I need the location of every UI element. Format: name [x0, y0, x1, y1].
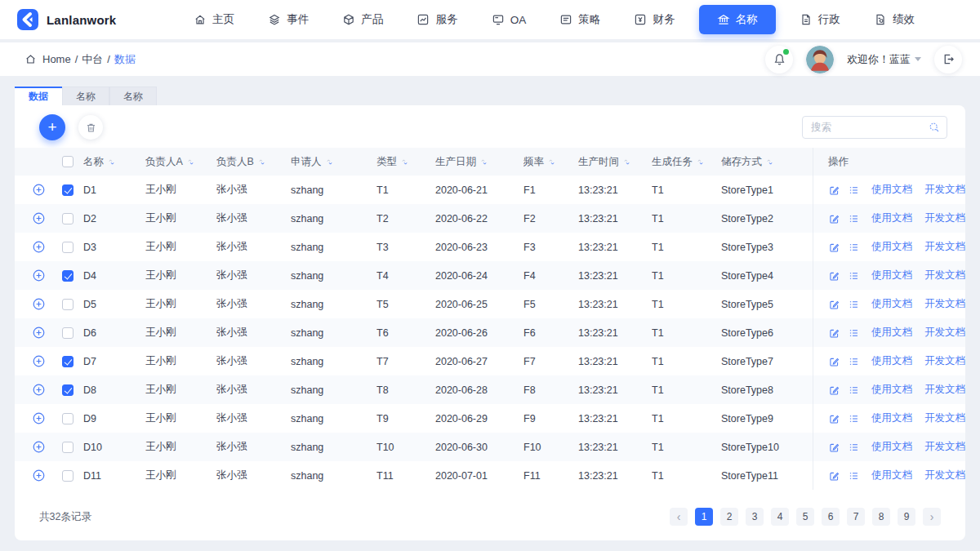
usage-doc-link[interactable]: 使用文档 [871, 211, 912, 225]
expand-row-icon[interactable] [32, 240, 46, 254]
list-icon[interactable] [848, 269, 860, 282]
column-header-6[interactable]: 频率 [523, 155, 578, 169]
dev-doc-link[interactable]: 开发文档 [924, 240, 965, 254]
usage-doc-link[interactable]: 使用文档 [871, 240, 912, 254]
edit-icon[interactable] [828, 441, 840, 454]
list-icon[interactable] [848, 441, 860, 454]
expand-row-icon[interactable] [32, 297, 46, 311]
usage-doc-link[interactable]: 使用文档 [871, 297, 912, 311]
page-button-6[interactable]: 6 [822, 508, 840, 526]
usage-doc-link[interactable]: 使用文档 [871, 354, 912, 368]
page-button-7[interactable]: 7 [847, 508, 865, 526]
dev-doc-link[interactable]: 开发文档 [924, 383, 965, 397]
delete-button[interactable] [78, 115, 103, 140]
expand-row-icon[interactable] [32, 354, 46, 368]
edit-icon[interactable] [828, 355, 840, 368]
edit-icon[interactable] [828, 298, 840, 311]
expand-row-icon[interactable] [32, 411, 46, 425]
row-checkbox[interactable] [62, 442, 74, 453]
usage-doc-link[interactable]: 使用文档 [871, 469, 912, 482]
usage-doc-link[interactable]: 使用文档 [871, 411, 912, 425]
dev-doc-link[interactable]: 开发文档 [924, 411, 965, 425]
row-checkbox[interactable] [62, 213, 74, 224]
column-header-0[interactable]: 名称 [83, 155, 145, 169]
search-input[interactable] [802, 116, 947, 139]
row-checkbox[interactable] [62, 413, 74, 424]
usage-doc-link[interactable]: 使用文档 [871, 269, 912, 282]
page-button-8[interactable]: 8 [872, 508, 890, 526]
edit-icon[interactable] [828, 269, 840, 282]
dev-doc-link[interactable]: 开发文档 [924, 326, 965, 340]
tab-data[interactable]: 数据 [15, 87, 62, 105]
dev-doc-link[interactable]: 开发文档 [924, 354, 965, 368]
tab-name-1[interactable]: 名称 [62, 87, 109, 105]
dev-doc-link[interactable]: 开发文档 [924, 183, 965, 197]
breadcrumb-home[interactable]: Home [42, 53, 71, 65]
column-header-5[interactable]: 生产日期 [435, 155, 523, 169]
edit-icon[interactable] [828, 384, 840, 397]
usage-doc-link[interactable]: 使用文档 [871, 440, 912, 454]
expand-row-icon[interactable] [32, 269, 46, 282]
edit-icon[interactable] [828, 412, 840, 425]
column-header-9[interactable]: 储存方式 [721, 155, 813, 169]
avatar[interactable] [806, 46, 834, 73]
prev-page-button[interactable]: ‹ [670, 508, 688, 526]
notification-button[interactable] [765, 46, 793, 73]
usage-doc-link[interactable]: 使用文档 [871, 183, 912, 197]
row-checkbox[interactable] [62, 470, 74, 482]
expand-row-icon[interactable] [32, 440, 46, 454]
expand-row-icon[interactable] [32, 383, 46, 397]
edit-icon[interactable] [828, 327, 840, 340]
row-checkbox[interactable] [62, 299, 74, 310]
list-icon[interactable] [848, 469, 860, 482]
dev-doc-link[interactable]: 开发文档 [924, 440, 965, 454]
nav-item-finance[interactable]: 财务 [624, 7, 684, 33]
dev-doc-link[interactable]: 开发文档 [924, 211, 965, 225]
row-checkbox[interactable] [62, 270, 74, 282]
search-icon[interactable] [928, 121, 941, 134]
page-button-1[interactable]: 1 [695, 508, 713, 526]
nav-item-names[interactable]: 名称 [699, 5, 776, 34]
list-icon[interactable] [848, 412, 860, 425]
column-header-7[interactable]: 生产时间 [578, 155, 652, 169]
edit-icon[interactable] [828, 241, 840, 254]
list-icon[interactable] [848, 241, 860, 254]
page-button-2[interactable]: 2 [720, 508, 738, 526]
nav-item-events[interactable]: 事件 [258, 7, 318, 33]
list-icon[interactable] [848, 355, 860, 368]
expand-row-icon[interactable] [32, 183, 46, 197]
expand-row-icon[interactable] [32, 326, 46, 340]
nav-item-home[interactable]: 主页 [184, 7, 244, 33]
usage-doc-link[interactable]: 使用文档 [871, 326, 912, 340]
breadcrumb-current[interactable]: 数据 [114, 52, 136, 67]
user-menu[interactable]: 欢迎你！蓝蓝 [847, 52, 921, 67]
row-checkbox[interactable] [62, 242, 74, 253]
page-button-9[interactable]: 9 [898, 508, 915, 526]
nav-item-services[interactable]: 服务 [407, 7, 467, 33]
logout-button[interactable] [934, 46, 962, 73]
next-page-button[interactable]: › [923, 508, 941, 526]
usage-doc-link[interactable]: 使用文档 [871, 383, 912, 397]
edit-icon[interactable] [828, 469, 840, 482]
list-icon[interactable] [848, 384, 860, 397]
edit-icon[interactable] [828, 212, 840, 225]
column-header-1[interactable]: 负责人A [145, 155, 216, 169]
tab-name-2[interactable]: 名称 [109, 87, 157, 105]
nav-item-strategy[interactable]: 策略 [550, 7, 610, 33]
list-icon[interactable] [848, 298, 860, 311]
list-icon[interactable] [848, 184, 860, 197]
nav-item-oa[interactable]: OA [482, 7, 537, 32]
row-checkbox[interactable] [62, 384, 74, 396]
column-header-4[interactable]: 类型 [376, 155, 435, 169]
page-button-5[interactable]: 5 [796, 508, 814, 526]
list-icon[interactable] [848, 212, 860, 225]
row-checkbox[interactable] [62, 356, 74, 367]
page-button-4[interactable]: 4 [771, 508, 789, 526]
nav-item-products[interactable]: 产品 [332, 7, 393, 33]
row-checkbox[interactable] [62, 327, 74, 339]
add-button[interactable]: + [39, 114, 65, 140]
dev-doc-link[interactable]: 开发文档 [924, 269, 965, 282]
expand-row-icon[interactable] [32, 469, 46, 482]
page-button-3[interactable]: 3 [746, 508, 764, 526]
nav-item-performance[interactable]: 绩效 [864, 7, 924, 33]
